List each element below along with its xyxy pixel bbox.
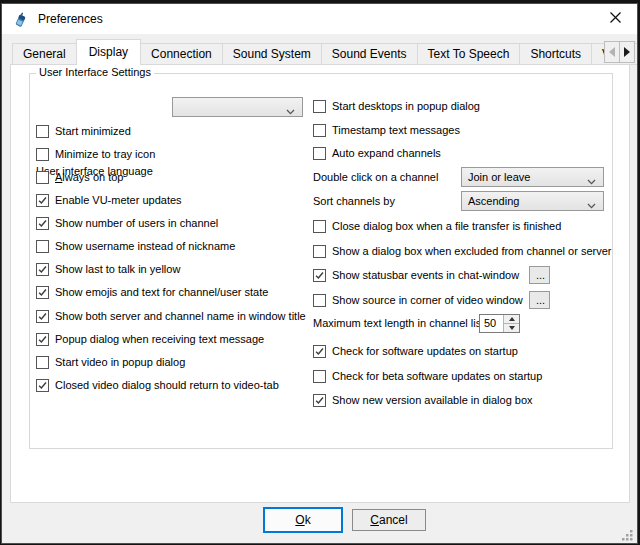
titlebar[interactable]: Preferences [2, 4, 637, 34]
checkbox-label: Start desktops in popup dialog [332, 100, 480, 112]
tab-shortcuts[interactable]: Shortcuts [519, 43, 592, 65]
cancel-button[interactable]: Cancel [352, 509, 426, 531]
checkbox-box [313, 394, 326, 407]
spinbox-buttons [503, 315, 519, 332]
checkbox-label: Show number of users in channel [55, 217, 218, 229]
checkbox-label: Show emojis and text for channel/user st… [55, 286, 268, 298]
checkbox-minimize-to-tray[interactable]: Minimize to tray icon [36, 146, 155, 162]
statusbar-events-more-button[interactable]: ... [529, 266, 550, 284]
checkbox-label: Enable VU-meter updates [55, 194, 182, 206]
checkbox-label: Auto expand channels [332, 147, 441, 159]
checkbox-box [36, 171, 49, 184]
checkbox-label: Show last to talk in yellow [55, 263, 180, 275]
checkbox-box [36, 286, 49, 299]
checkbox-close-filetransfer[interactable]: Close dialog box when a file transfer is… [313, 218, 561, 234]
checkbox-label: Start video in popup dialog [55, 356, 185, 368]
checkbox-video-popup[interactable]: Start video in popup dialog [36, 354, 185, 370]
checkbox-video-source-corner[interactable]: Show source in corner of video window [313, 292, 523, 308]
preferences-dialog: Preferences General Display Connection S… [1, 3, 638, 544]
checkbox-new-version-dialog[interactable]: Show new version available in dialog box [313, 392, 533, 408]
triangle-down-icon [509, 326, 515, 330]
tab-scroll-buttons [605, 41, 635, 63]
triangle-right-icon [624, 47, 630, 57]
checkbox-popup-text[interactable]: Popup dialog when receiving text message [36, 331, 264, 347]
cancel-button-label: Cancel [370, 513, 407, 527]
checkbox-desktops-popup[interactable]: Start desktops in popup dialog [313, 98, 480, 114]
teamtalk-app-icon [12, 11, 29, 28]
spin-up-button[interactable] [504, 315, 519, 323]
checkbox-vu-meter[interactable]: Enable VU-meter updates [36, 192, 182, 208]
checkbox-num-users[interactable]: Show number of users in channel [36, 215, 218, 231]
tab-connection[interactable]: Connection [140, 43, 223, 65]
double-click-label: Double click on a channel [313, 169, 438, 185]
chevron-down-icon [286, 105, 295, 117]
double-click-value: Join or leave [468, 171, 530, 183]
display-tab-page: User Interface Settings User interface l… [10, 64, 630, 503]
tab-bar: General Display Connection Sound System … [12, 39, 637, 65]
checkbox-statusbar-events[interactable]: Show statusbar events in chat-window [313, 267, 519, 283]
window-title: Preferences [38, 12, 103, 26]
checkbox-box [36, 379, 49, 392]
video-source-more-button[interactable]: ... [529, 291, 550, 309]
checkbox-label: Check for beta software updates on start… [332, 370, 542, 382]
tab-text-to-speech[interactable]: Text To Speech [417, 43, 521, 65]
triangle-left-icon [609, 47, 615, 57]
checkbox-box [36, 194, 49, 207]
checkbox-box [36, 217, 49, 230]
checkbox-closed-video-tab[interactable]: Closed video dialog should return to vid… [36, 377, 279, 393]
checkbox-box [36, 310, 49, 323]
checkbox-beta-updates[interactable]: Check for beta software updates on start… [313, 368, 542, 384]
checkbox-label: Timestamp text messages [332, 124, 460, 136]
checkbox-box [313, 294, 326, 307]
ui-language-combo[interactable] [172, 97, 303, 117]
checkbox-box [313, 345, 326, 358]
sort-channels-value: Ascending [468, 195, 519, 207]
group-title: User Interface Settings [36, 66, 154, 78]
tab-scroll-left-button[interactable] [604, 41, 620, 63]
max-text-length-label: Maximum text length in channel list [313, 315, 484, 331]
checkbox-box [313, 245, 326, 258]
checkbox-always-on-top[interactable]: Always on top [36, 169, 124, 185]
checkbox-server-channel-title[interactable]: Show both server and channel name in win… [36, 308, 306, 324]
checkbox-label: Check for software updates on startup [332, 345, 518, 357]
chevron-down-icon [587, 199, 596, 211]
spin-down-button[interactable] [504, 323, 519, 332]
ok-button[interactable]: Ok [263, 507, 343, 533]
desktop: { "window": { "title": "Preferences", "i… [0, 0, 640, 545]
max-text-length-spinbox[interactable]: 50 [479, 314, 520, 333]
triangle-up-icon [509, 317, 515, 321]
checkbox-box [36, 240, 49, 253]
tab-sound-system[interactable]: Sound System [222, 43, 322, 65]
checkbox-box [313, 147, 326, 160]
checkbox-label: Closed video dialog should return to vid… [55, 379, 279, 391]
sort-channels-label: Sort channels by [313, 193, 395, 209]
tab-display[interactable]: Display [76, 39, 141, 65]
ok-button-label: Ok [295, 513, 310, 527]
checkbox-label: Show both server and channel name in win… [55, 310, 306, 322]
tab-scroll-right-button[interactable] [619, 41, 635, 63]
checkbox-label: Show a dialog box when excluded from cha… [332, 245, 611, 257]
tab-sound-events[interactable]: Sound Events [321, 43, 418, 65]
checkbox-username-instead[interactable]: Show username instead of nickname [36, 238, 235, 254]
checkbox-auto-expand[interactable]: Auto expand channels [313, 145, 441, 161]
resize-grip[interactable] [619, 525, 635, 541]
double-click-combo[interactable]: Join or leave [461, 167, 604, 187]
checkbox-label: Show username instead of nickname [55, 240, 235, 252]
checkbox-label: Show source in corner of video window [332, 294, 523, 306]
checkbox-updates[interactable]: Check for software updates on startup [313, 343, 518, 359]
checkbox-box [36, 148, 49, 161]
checkbox-emojis[interactable]: Show emojis and text for channel/user st… [36, 284, 268, 300]
checkbox-excluded-dialog[interactable]: Show a dialog box when excluded from cha… [313, 243, 611, 259]
checkbox-label: Show statusbar events in chat-window [332, 269, 519, 281]
sort-channels-combo[interactable]: Ascending [461, 191, 604, 211]
checkbox-label: Start minimized [55, 125, 131, 137]
checkbox-box [36, 333, 49, 346]
close-button[interactable] [598, 7, 632, 31]
checkbox-last-talk-yellow[interactable]: Show last to talk in yellow [36, 261, 180, 277]
checkbox-box [313, 220, 326, 233]
chevron-down-icon [587, 175, 596, 187]
tab-general[interactable]: General [12, 43, 77, 65]
close-icon [609, 10, 622, 28]
checkbox-timestamp[interactable]: Timestamp text messages [313, 122, 460, 138]
checkbox-start-minimized[interactable]: Start minimized [36, 123, 131, 139]
